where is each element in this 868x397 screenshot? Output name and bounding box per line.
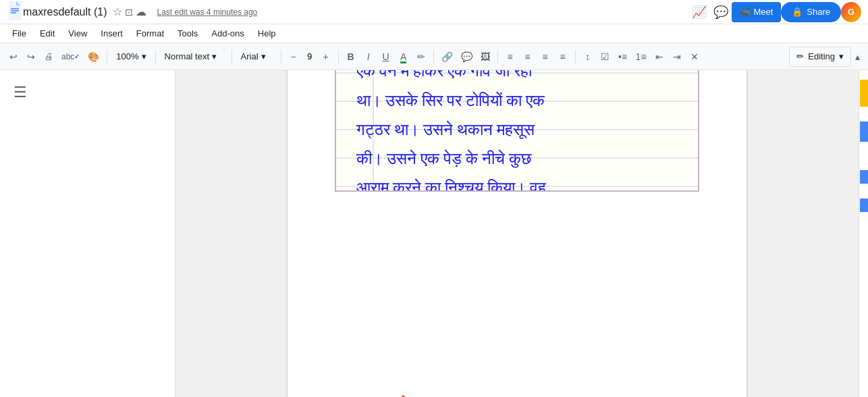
- separator-6: [433, 50, 434, 63]
- share-label: Share: [807, 7, 830, 17]
- decrease-indent-button[interactable]: ⇤: [651, 47, 668, 66]
- menu-help[interactable]: Help: [252, 26, 281, 41]
- font-value: Arial: [241, 51, 259, 61]
- share-icon: 🔒: [792, 7, 803, 17]
- notification-blue-2: [860, 170, 868, 184]
- share-button[interactable]: 🔒 Share: [781, 2, 841, 22]
- separator-3: [232, 50, 232, 63]
- paint-format-button[interactable]: 🎨: [84, 47, 103, 66]
- editing-mode-label: Editing: [808, 51, 835, 61]
- bullet-list-button[interactable]: •≡: [615, 47, 631, 66]
- line-spacing-button[interactable]: ↕: [580, 47, 596, 66]
- collapse-toolbar-button[interactable]: ▴: [852, 49, 863, 65]
- notification-blue-1: [860, 122, 868, 142]
- notification-yellow-1: [860, 80, 868, 107]
- menu-view[interactable]: View: [63, 26, 92, 41]
- cloud-save-icon[interactable]: ☁: [136, 5, 146, 18]
- separator-2: [155, 50, 156, 63]
- clear-formatting-button[interactable]: ✕: [686, 47, 703, 66]
- font-chevron-icon: ▾: [261, 51, 266, 61]
- print-button[interactable]: 🖨: [40, 47, 57, 66]
- handwritten-image[interactable]: एक बार एक शहर में एक टोपी बेचने वाला रहत…: [335, 70, 699, 192]
- comments-button[interactable]: 💬: [710, 3, 732, 22]
- separator-5: [338, 50, 339, 63]
- menu-bar: File Edit View Insert Format Tools Add-o…: [0, 24, 868, 43]
- title-bar: maxresdefault (1) ☆ ⊡ ☁ Last edit was 4 …: [0, 0, 868, 24]
- meet-label: Meet: [753, 7, 773, 17]
- menu-file[interactable]: File: [7, 26, 32, 41]
- google-docs-icon: [7, 1, 23, 23]
- outline-icon: ☰: [7, 77, 168, 108]
- main-area: ☰ 1 2 3 4 5 6 7: [0, 70, 868, 397]
- checklist-button[interactable]: ☑: [597, 47, 614, 66]
- comment-button[interactable]: 💬: [458, 47, 476, 66]
- video-icon: 📹: [740, 7, 751, 17]
- highlight-button[interactable]: ✏: [413, 47, 429, 66]
- star-icon[interactable]: ☆: [113, 5, 122, 18]
- link-button[interactable]: 🔗: [438, 47, 456, 66]
- meet-button[interactable]: 📹 Meet: [732, 2, 781, 22]
- doc-area[interactable]: 1 2 3 4 5 6 7: [175, 70, 859, 397]
- menu-format[interactable]: Format: [131, 26, 169, 41]
- zoom-value: 100%: [116, 51, 138, 61]
- separator-1: [107, 50, 107, 63]
- zoom-chevron-icon: ▾: [142, 51, 146, 61]
- justify-button[interactable]: ≡: [555, 47, 571, 66]
- italic-button[interactable]: I: [360, 47, 377, 66]
- right-side-strip: [859, 70, 868, 397]
- increase-indent-button[interactable]: ⇥: [669, 47, 685, 66]
- text-color-button[interactable]: A: [396, 47, 412, 66]
- separator-4: [281, 50, 281, 63]
- style-dropdown[interactable]: Normal text ▾: [160, 47, 227, 66]
- doc-title[interactable]: maxresdefault (1): [23, 6, 107, 18]
- menu-edit[interactable]: Edit: [34, 26, 60, 41]
- separator-8: [575, 50, 576, 63]
- image-button[interactable]: 🖼: [477, 47, 493, 66]
- toolbar: ↩ ↪ 🖨 abc✓ 🎨 100% ▾ Normal text ▾ Arial …: [0, 43, 868, 70]
- hindi-handwritten-text: एक बार एक शहर में एक टोपी बेचने वाला रहत…: [356, 70, 691, 192]
- editing-mode-button[interactable]: ✏ Editing ▾: [789, 47, 851, 67]
- left-sidebar: ☰: [0, 70, 175, 397]
- align-left-button[interactable]: ≡: [502, 47, 518, 66]
- document-page: एक बार एक शहर में एक टोपी बेचने वाला रहत…: [288, 70, 747, 397]
- font-size-increase[interactable]: +: [318, 47, 334, 66]
- bold-button[interactable]: B: [343, 47, 359, 66]
- font-dropdown[interactable]: Arial ▾: [236, 47, 277, 66]
- avatar[interactable]: G: [841, 2, 861, 22]
- move-to-drive-icon[interactable]: ⊡: [125, 7, 133, 18]
- menu-addons[interactable]: Add-ons: [206, 26, 249, 41]
- align-center-button[interactable]: ≡: [520, 47, 536, 66]
- zoom-dropdown[interactable]: 100% ▾: [111, 47, 151, 66]
- numbered-list-button[interactable]: 1≡: [632, 47, 650, 66]
- font-size-value[interactable]: 9: [303, 51, 317, 61]
- menu-insert[interactable]: Insert: [95, 26, 128, 41]
- undo-button[interactable]: ↩: [5, 47, 22, 66]
- last-edit-status[interactable]: Last edit was 4 minutes ago: [157, 7, 258, 17]
- redo-button[interactable]: ↪: [23, 47, 39, 66]
- menu-tools[interactable]: Tools: [172, 26, 203, 41]
- spellcheck-button[interactable]: abc✓: [58, 47, 83, 66]
- style-chevron-icon: ▾: [212, 51, 217, 61]
- red-arrow: [396, 389, 517, 397]
- underline-button[interactable]: U: [378, 47, 394, 66]
- style-value: Normal text: [165, 51, 209, 61]
- notification-blue-3: [860, 198, 868, 212]
- font-size-decrease[interactable]: −: [286, 47, 302, 66]
- edit-pencil-icon: ✏: [796, 51, 804, 61]
- align-right-button[interactable]: ≡: [537, 47, 553, 66]
- activity-button[interactable]: 📈: [688, 3, 710, 22]
- separator-7: [497, 50, 498, 63]
- editing-chevron-icon: ▾: [839, 51, 844, 61]
